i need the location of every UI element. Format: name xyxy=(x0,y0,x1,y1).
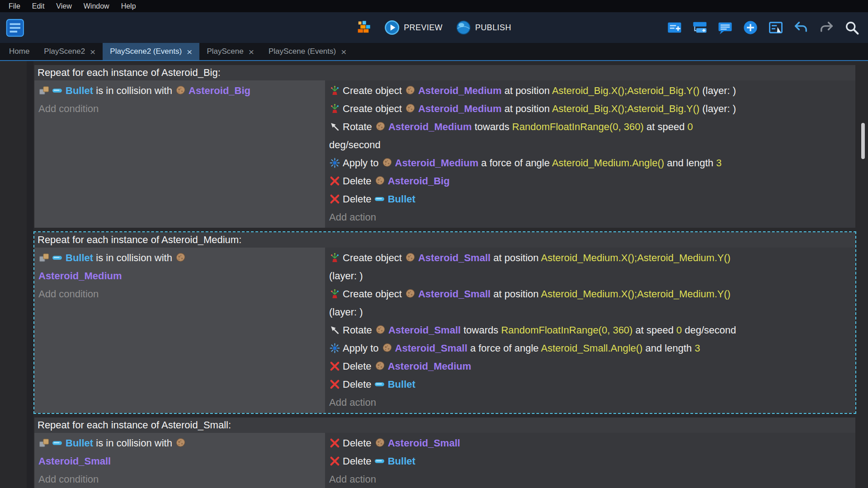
asteroid-icon xyxy=(374,437,386,449)
action-row[interactable]: Apply to Asteroid_Medium a force of angl… xyxy=(329,154,851,172)
menu-item-edit[interactable]: Edit xyxy=(26,0,51,12)
text-segment: RandomFloatInRange(0, 360) xyxy=(512,121,644,132)
action-row[interactable]: Delete Asteroid_Big xyxy=(329,172,851,190)
action-row[interactable]: Rotate Asteroid_Small towards RandomFloa… xyxy=(329,321,851,339)
add-circle-button[interactable] xyxy=(741,18,760,38)
text-segment: Asteroid_Big xyxy=(388,175,450,187)
condition-row[interactable]: Bullet is in collision with Asteroid_Sma… xyxy=(38,434,321,470)
asteroid-icon xyxy=(382,343,393,354)
add-event-button[interactable] xyxy=(665,18,684,38)
publish-button[interactable]: PUBLISH xyxy=(453,18,514,38)
text-segment: at position xyxy=(491,288,541,300)
menu-item-file[interactable]: File xyxy=(3,0,26,12)
vertical-scrollbar-thumb[interactable] xyxy=(861,123,865,159)
add-condition-button[interactable]: Add condition xyxy=(38,470,321,488)
rotate-icon xyxy=(329,121,340,132)
add-condition-button[interactable]: Add condition xyxy=(38,100,321,118)
tab-close-icon[interactable]: × xyxy=(249,47,254,56)
event-block[interactable]: Repeat for each instance of Asteroid_Sma… xyxy=(34,418,855,488)
add-condition-button[interactable]: Add condition xyxy=(38,285,321,303)
add-action-button[interactable]: Add action xyxy=(329,208,851,226)
text-segment: Create object xyxy=(343,252,405,263)
text-segment: Bullet xyxy=(66,437,93,449)
action-row[interactable]: Delete Asteroid_Medium xyxy=(329,357,851,375)
asteroid-icon xyxy=(405,252,416,263)
project-manager-button[interactable] xyxy=(5,18,25,38)
action-row[interactable]: Create object Asteroid_Medium at positio… xyxy=(329,100,851,118)
text-segment: 0 xyxy=(688,121,693,132)
search-button[interactable] xyxy=(842,18,862,38)
create-icon xyxy=(329,252,340,263)
add-action-button[interactable]: Add action xyxy=(329,470,851,488)
asteroid-icon xyxy=(405,288,416,300)
add-subevent-button[interactable] xyxy=(690,18,710,38)
text-segment: is in collision with xyxy=(93,85,175,96)
action-row[interactable]: Apply to Asteroid_Small a force of angle… xyxy=(329,339,851,357)
tab-close-icon[interactable]: × xyxy=(90,47,95,56)
text-segment: Asteroid_Medium xyxy=(418,103,502,114)
action-row[interactable]: Delete Bullet xyxy=(329,375,851,394)
text-segment: Create object xyxy=(343,103,405,114)
asteroid-icon xyxy=(382,157,393,169)
action-row[interactable]: Create object Asteroid_Medium at positio… xyxy=(329,82,851,100)
menu-item-window[interactable]: Window xyxy=(78,0,115,12)
text-segment: Bullet xyxy=(66,85,93,96)
text-segment: Asteroid_Small xyxy=(395,343,467,354)
tab-playscene2-events[interactable]: PlayScene2 (Events)× xyxy=(103,43,199,60)
tab-playscene[interactable]: PlayScene× xyxy=(199,43,261,60)
force-icon xyxy=(329,343,340,354)
event-header[interactable]: Repeat for each instance of Asteroid_Med… xyxy=(34,232,855,248)
delete-icon xyxy=(329,437,340,449)
tab-label: PlayScene xyxy=(207,47,243,56)
redo-button[interactable] xyxy=(816,18,836,38)
delete-icon xyxy=(329,361,340,372)
asteroid-icon xyxy=(374,361,386,372)
conditions-column: Bullet is in collision with Asteroid_Big… xyxy=(34,80,325,228)
action-row[interactable]: Rotate Asteroid_Medium towards RandomFlo… xyxy=(329,118,851,154)
event-header[interactable]: Repeat for each instance of Asteroid_Sma… xyxy=(34,418,855,433)
action-row[interactable]: Delete Bullet xyxy=(329,452,851,470)
tab-close-icon[interactable]: × xyxy=(341,47,346,56)
choose-event-button[interactable] xyxy=(766,18,786,38)
asteroid-icon xyxy=(405,103,416,114)
toolbar-center: PREVIEW PUBLISH xyxy=(354,12,514,43)
event-header[interactable]: Repeat for each instance of Asteroid_Big… xyxy=(34,65,855,80)
add-comment-button[interactable] xyxy=(715,18,735,38)
text-segment: at position xyxy=(491,252,541,263)
tab-playscene2[interactable]: PlayScene2× xyxy=(37,43,103,60)
action-row[interactable]: Delete Asteroid_Small xyxy=(329,434,851,452)
condition-row[interactable]: Bullet is in collision with Asteroid_Med… xyxy=(38,249,321,285)
condition-row[interactable]: Bullet is in collision with Asteroid_Big xyxy=(38,82,321,100)
events-sheet-panel: Repeat for each instance of Asteroid_Big… xyxy=(0,61,868,488)
text-segment: Bullet xyxy=(388,193,415,205)
create-icon xyxy=(329,103,340,114)
tab-close-icon[interactable]: × xyxy=(187,47,192,56)
asteroid-icon xyxy=(374,175,386,187)
action-row[interactable]: Create object Asteroid_Small at position… xyxy=(329,249,851,285)
undo-button[interactable] xyxy=(791,18,811,38)
text-segment: towards xyxy=(461,324,501,336)
collision-icon xyxy=(38,85,50,96)
menu-item-help[interactable]: Help xyxy=(115,0,142,12)
menu-item-view[interactable]: View xyxy=(50,0,77,12)
debugger-button[interactable] xyxy=(354,18,374,38)
text-segment: Delete xyxy=(343,455,374,467)
bullet-icon xyxy=(374,379,386,390)
tab-home[interactable]: Home xyxy=(2,43,37,60)
publish-icon xyxy=(455,19,472,36)
event-block[interactable]: Repeat for each instance of Asteroid_Big… xyxy=(34,65,855,228)
action-row[interactable]: Create object Asteroid_Small at position… xyxy=(329,285,851,321)
tab-playscene-events[interactable]: PlayScene (Events)× xyxy=(261,43,354,60)
preview-button[interactable]: PREVIEW xyxy=(381,18,445,38)
text-segment: Rotate xyxy=(343,324,375,336)
actions-column: Create object Asteroid_Small at position… xyxy=(325,248,855,413)
text-segment: Asteroid_Medium xyxy=(388,121,472,132)
text-segment: 0 xyxy=(676,324,682,336)
add-action-button[interactable]: Add action xyxy=(329,394,851,412)
text-segment: and length xyxy=(642,343,694,354)
event-block[interactable]: Repeat for each instance of Asteroid_Med… xyxy=(34,232,855,413)
text-segment: Delete xyxy=(343,193,374,205)
text-segment: deg/second xyxy=(682,324,736,336)
text-segment: Apply to xyxy=(343,157,382,169)
action-row[interactable]: Delete Bullet xyxy=(329,190,851,208)
